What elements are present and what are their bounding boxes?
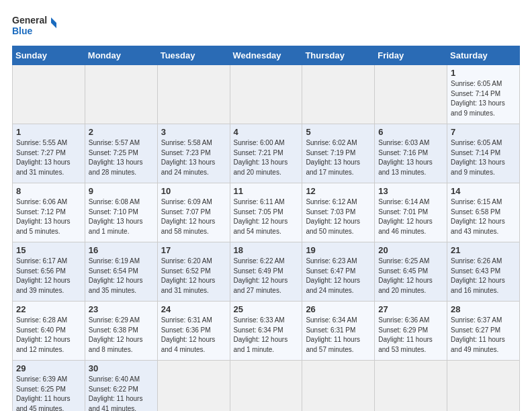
calendar-cell: 15Sunrise: 6:17 AMSunset: 6:56 PMDayligh… [13, 242, 85, 302]
cell-info: Sunset: 6:40 PM [16, 326, 81, 336]
day-number: 22 [16, 304, 81, 314]
calendar-cell: 20Sunrise: 6:25 AMSunset: 6:45 PMDayligh… [375, 242, 447, 302]
cell-info: Sunrise: 5:57 AM [89, 138, 154, 148]
cell-info: Sunset: 6:58 PM [451, 208, 516, 218]
calendar-cell: 23Sunrise: 6:29 AMSunset: 6:38 PMDayligh… [85, 302, 157, 361]
cell-info: and 24 minutes. [161, 168, 226, 178]
cell-info: Sunset: 7:25 PM [89, 148, 154, 158]
day-number: 12 [306, 186, 371, 196]
week-row-2: 1Sunrise: 5:55 AMSunset: 7:27 PMDaylight… [13, 124, 520, 183]
calendar-cell [157, 65, 230, 124]
cell-info: Daylight: 12 hours [451, 217, 516, 227]
cell-info: and 35 minutes. [89, 286, 154, 296]
cell-info: Sunset: 7:23 PM [161, 148, 226, 158]
cell-info: Sunset: 6:27 PM [451, 326, 516, 336]
cell-info: Sunset: 6:52 PM [161, 267, 226, 277]
cell-info: and 50 minutes. [306, 227, 371, 237]
day-number: 27 [378, 304, 443, 314]
cell-info: and 5 minutes. [16, 227, 81, 237]
svg-marker-2 [51, 23, 56, 28]
day-number: 17 [161, 245, 226, 255]
cell-info: Sunrise: 6:05 AM [451, 79, 516, 89]
cell-info: Sunset: 7:19 PM [306, 148, 371, 158]
week-row-3: 8Sunrise: 6:06 AMSunset: 7:12 PMDaylight… [13, 183, 520, 242]
cell-info: Daylight: 13 hours [306, 158, 371, 168]
week-row-6: 29Sunrise: 6:39 AMSunset: 6:25 PMDayligh… [13, 361, 520, 412]
day-number: 21 [451, 245, 516, 255]
header-saturday: Saturday [447, 46, 520, 65]
calendar-cell: 6Sunrise: 6:03 AMSunset: 7:16 PMDaylight… [375, 124, 447, 183]
cell-info: Sunset: 6:36 PM [161, 326, 226, 336]
day-number: 6 [378, 127, 443, 137]
cell-info: Daylight: 13 hours [16, 217, 81, 227]
cell-info: Sunset: 6:54 PM [89, 267, 154, 277]
cell-info: Sunset: 6:29 PM [378, 326, 443, 336]
cell-info: Sunset: 6:47 PM [306, 267, 371, 277]
cell-info: Daylight: 11 hours [378, 335, 443, 345]
cell-info: and 9 minutes. [451, 109, 516, 119]
day-number: 2 [89, 127, 154, 137]
cell-info: Daylight: 12 hours [451, 276, 516, 286]
calendar-cell [447, 361, 520, 412]
cell-info: Sunset: 6:34 PM [234, 326, 299, 336]
cell-info: Daylight: 13 hours [89, 217, 154, 227]
calendar-cell: 11Sunrise: 6:11 AMSunset: 7:05 PMDayligh… [230, 183, 302, 242]
cell-info: Sunrise: 6:37 AM [451, 316, 516, 326]
cell-info: and 4 minutes. [161, 345, 226, 355]
cell-info: and 16 minutes. [451, 286, 516, 296]
svg-text:Blue: Blue [12, 26, 33, 36]
day-number: 15 [16, 245, 81, 255]
cell-info: Daylight: 12 hours [16, 276, 81, 286]
calendar-cell: 17Sunrise: 6:20 AMSunset: 6:52 PMDayligh… [157, 242, 230, 302]
calendar-cell: 2Sunrise: 5:57 AMSunset: 7:25 PMDaylight… [85, 124, 157, 183]
cell-info: Daylight: 12 hours [234, 335, 299, 345]
cell-info: Sunset: 6:49 PM [234, 267, 299, 277]
cell-info: Daylight: 13 hours [89, 158, 154, 168]
cell-info: and 31 minutes. [16, 168, 81, 178]
cell-info: and 46 minutes. [378, 227, 443, 237]
cell-info: Sunrise: 6:20 AM [161, 257, 226, 267]
cell-info: Daylight: 12 hours [89, 335, 154, 345]
calendar-cell [230, 361, 302, 412]
calendar-cell: 28Sunrise: 6:37 AMSunset: 6:27 PMDayligh… [447, 302, 520, 361]
calendar-cell: 21Sunrise: 6:26 AMSunset: 6:43 PMDayligh… [447, 242, 520, 302]
day-number: 26 [306, 304, 371, 314]
cell-info: Daylight: 12 hours [161, 335, 226, 345]
day-number: 13 [378, 186, 443, 196]
cell-info: and 24 minutes. [306, 286, 371, 296]
cell-info: Sunrise: 6:11 AM [234, 197, 299, 208]
calendar-cell [302, 361, 375, 412]
calendar-cell: 10Sunrise: 6:09 AMSunset: 7:07 PMDayligh… [157, 183, 230, 242]
cell-info: Sunrise: 6:15 AM [451, 197, 516, 208]
day-number: 29 [16, 363, 81, 373]
calendar-cell [375, 361, 447, 412]
cell-info: Daylight: 13 hours [378, 158, 443, 168]
calendar-cell: 4Sunrise: 6:00 AMSunset: 7:21 PMDaylight… [230, 124, 302, 183]
cell-info: Sunset: 6:45 PM [378, 267, 443, 277]
cell-info: Sunrise: 6:17 AM [16, 257, 81, 267]
cell-info: and 17 minutes. [306, 168, 371, 178]
calendar-cell [302, 65, 375, 124]
day-number: 9 [89, 186, 154, 196]
calendar-cell: 3Sunrise: 5:58 AMSunset: 7:23 PMDaylight… [157, 124, 230, 183]
cell-info: and 8 minutes. [89, 345, 154, 355]
cell-info: and 54 minutes. [234, 227, 299, 237]
calendar-cell: 22Sunrise: 6:28 AMSunset: 6:40 PMDayligh… [13, 302, 85, 361]
header-monday: Monday [85, 46, 157, 65]
cell-info: and 1 minute. [234, 345, 299, 355]
cell-info: Sunrise: 6:33 AM [234, 316, 299, 326]
calendar-cell: 9Sunrise: 6:08 AMSunset: 7:10 PMDaylight… [85, 183, 157, 242]
cell-info: Sunset: 7:01 PM [378, 208, 443, 218]
cell-info: Sunrise: 6:00 AM [234, 138, 299, 148]
day-number: 10 [161, 186, 226, 196]
day-number: 5 [306, 127, 371, 137]
cell-info: Daylight: 13 hours [161, 158, 226, 168]
calendar-cell [230, 65, 302, 124]
cell-info: and 41 minutes. [89, 404, 154, 412]
cell-info: Daylight: 13 hours [234, 158, 299, 168]
cell-info: Sunset: 6:38 PM [89, 326, 154, 336]
logo-svg: General Blue [12, 12, 59, 39]
calendar-cell: 16Sunrise: 6:19 AMSunset: 6:54 PMDayligh… [85, 242, 157, 302]
cell-info: and 27 minutes. [234, 286, 299, 296]
cell-info: Daylight: 12 hours [378, 217, 443, 227]
